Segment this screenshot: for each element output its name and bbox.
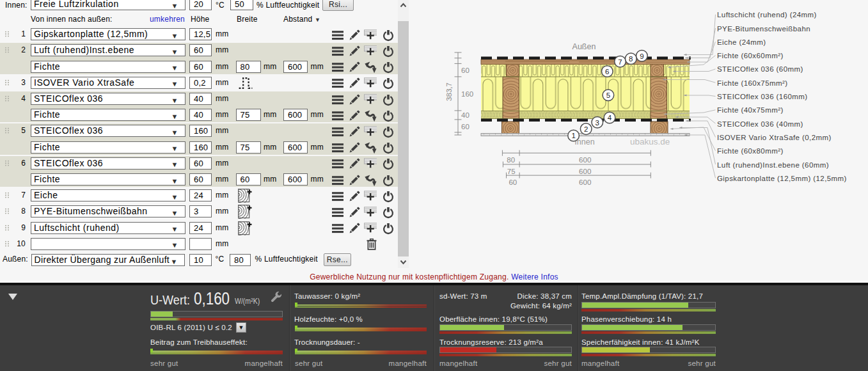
svg-text:STEICOflex 036 (60mm): STEICOflex 036 (60mm) [717,65,803,73]
svg-text:STEICOflex 036 (160mm): STEICOflex 036 (160mm) [717,93,808,100]
svg-text:Luftschicht (ruhend) (24mm): Luftschicht (ruhend) (24mm) [717,11,817,19]
svg-text:5: 5 [606,91,610,99]
svg-text:383,7: 383,7 [445,83,453,101]
svg-text:7: 7 [618,58,622,66]
svg-text:40: 40 [461,111,470,119]
svg-text:Fichte (60x80mm²): Fichte (60x80mm²) [717,147,784,155]
svg-text:Eiche (24mm): Eiche (24mm) [717,38,766,46]
svg-text:3: 3 [596,119,599,127]
svg-text:Luft (ruhend)Inst.ebene (60mm): Luft (ruhend)Inst.ebene (60mm) [717,161,829,169]
svg-text:160: 160 [461,90,473,98]
svg-text:8: 8 [629,55,633,63]
svg-text:6: 6 [605,68,609,75]
svg-text:80: 80 [507,156,515,164]
svg-text:1: 1 [571,132,575,139]
svg-text:9: 9 [640,52,643,60]
svg-text:60: 60 [461,67,470,74]
svg-text:Fichte (60x60mm²): Fichte (60x60mm²) [717,52,784,59]
svg-text:4: 4 [608,114,612,122]
svg-text:600: 600 [579,156,591,164]
svg-text:PYE-Bitumenschweißbahn: PYE-Bitumenschweißbahn [717,25,810,33]
svg-text:STEICOflex 036 (40mm): STEICOflex 036 (40mm) [717,120,803,128]
svg-text:60: 60 [509,178,517,186]
svg-text:Gipskartonplatte (12,5mm) (12,: Gipskartonplatte (12,5mm) (12,5mm) [717,175,847,182]
svg-text:Fichte (160x75mm²): Fichte (160x75mm²) [717,79,787,87]
svg-text:600: 600 [579,168,591,175]
svg-text:Außen: Außen [572,42,596,51]
svg-text:2: 2 [584,125,588,133]
svg-text:60: 60 [461,123,470,130]
svg-text:ISOVER Vario XtraSafe (0,2mm): ISOVER Vario XtraSafe (0,2mm) [717,134,832,141]
svg-text:600: 600 [579,178,591,186]
svg-text:75: 75 [507,168,516,175]
svg-text:Fichte (40x75mm²): Fichte (40x75mm²) [717,106,784,114]
svg-text:ubakus.de: ubakus.de [630,137,670,146]
